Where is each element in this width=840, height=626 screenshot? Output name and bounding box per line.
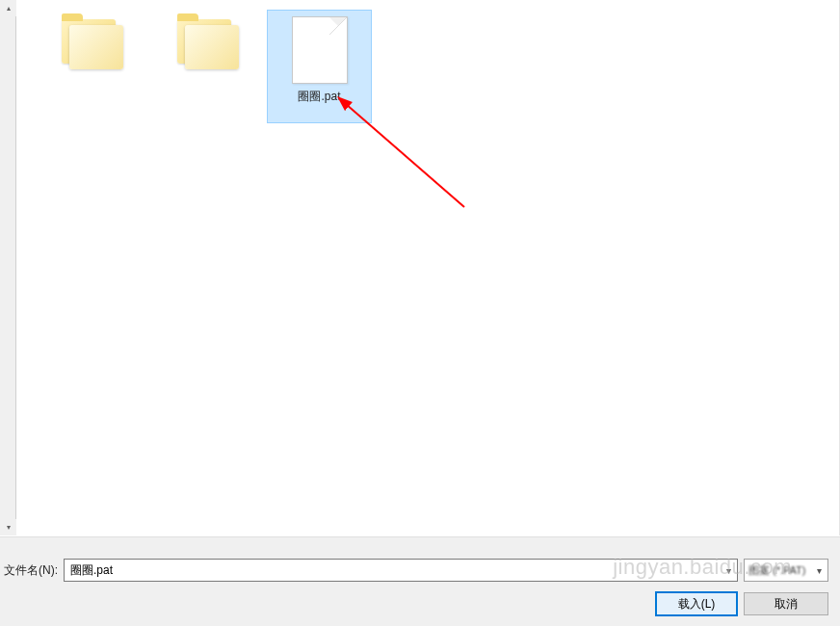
file-label: 圈圈.pat	[270, 90, 369, 105]
filetype-filter[interactable]: 图案 (*.PAT) ▾	[744, 559, 828, 582]
filename-input[interactable]	[65, 560, 720, 581]
folder-label	[157, 77, 258, 92]
folder-label	[41, 77, 143, 92]
folder-icon	[58, 15, 127, 71]
chevron-down-icon[interactable]: ▾	[810, 560, 827, 581]
scroll-down-button[interactable]: ▾	[0, 519, 16, 535]
folder-item-2[interactable]	[155, 10, 260, 94]
dialog-footer: 文件名(N): ▾ 图案 (*.PAT) ▾ 载入(L) 取消	[0, 536, 840, 626]
folder-item-1[interactable]	[39, 10, 144, 94]
file-item-pat[interactable]: 圈圈.pat	[267, 10, 372, 123]
filename-label: 文件名(N):	[0, 562, 58, 579]
file-list-pane[interactable]: 圈圈.pat	[16, 0, 840, 535]
filename-combobox[interactable]: ▾	[64, 559, 738, 582]
vertical-scrollbar[interactable]: ▴ ▾	[0, 0, 16, 535]
folder-icon	[173, 15, 243, 71]
file-icon	[292, 16, 348, 84]
scroll-up-button[interactable]: ▴	[0, 0, 16, 16]
cancel-button[interactable]: 取消	[744, 592, 828, 615]
filetype-filter-label: 图案 (*.PAT)	[748, 563, 810, 578]
load-button[interactable]: 载入(L)	[655, 591, 738, 616]
chevron-down-icon[interactable]: ▾	[720, 560, 737, 581]
